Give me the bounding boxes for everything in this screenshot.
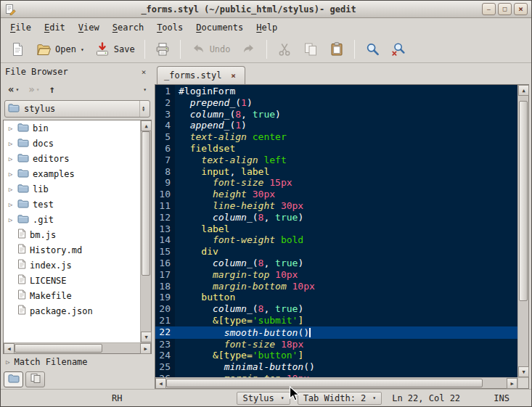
tree-item-lib[interactable]: ▷lib: [4, 181, 140, 197]
expander-icon[interactable]: ▷: [7, 140, 14, 147]
scrollbar-track[interactable]: [518, 96, 528, 366]
scroll-up-button[interactable]: ▲: [141, 120, 152, 131]
editor-vertical-scrollbar[interactable]: ▲ ▼: [517, 85, 528, 377]
location-combo[interactable]: stylus ▴▾: [4, 100, 150, 118]
tree-item-docs[interactable]: ▷docs: [4, 136, 140, 151]
expander-icon[interactable]: ▷: [7, 216, 14, 223]
close-button[interactable]: ×: [514, 3, 528, 15]
scrollbar-track[interactable]: [166, 378, 507, 388]
code-line-8[interactable]: 8 input, label: [155, 166, 517, 178]
forward-button[interactable]: »▾: [25, 83, 43, 96]
language-combo[interactable]: Stylus ▾: [237, 392, 290, 405]
code-line-9[interactable]: 9 font-size 15px: [155, 177, 517, 189]
titlebar[interactable]: _forms.styl (~/public_html/stylus)- gedi…: [1, 1, 531, 18]
new-document-button[interactable]: [5, 39, 30, 59]
code-line-10[interactable]: 10 height 30px: [155, 189, 517, 200]
tree-item-.git[interactable]: ▷.git: [4, 212, 140, 227]
scroll-right-button[interactable]: ▶: [140, 343, 151, 354]
tree-item-LICENSE[interactable]: LICENSE: [4, 273, 140, 288]
back-button[interactable]: «▾: [4, 83, 22, 96]
expander-icon[interactable]: ▷: [7, 186, 14, 193]
code-line-25[interactable]: 25 minimal-button(): [155, 361, 517, 373]
tree-item-bm.js[interactable]: bm.js: [4, 227, 140, 242]
minimize-button[interactable]: —: [482, 3, 496, 15]
find-button[interactable]: [360, 39, 385, 59]
scroll-down-button[interactable]: ▼: [141, 332, 152, 342]
undo-button[interactable]: Undo: [186, 39, 235, 59]
save-button[interactable]: Save: [90, 39, 139, 59]
code-line-16[interactable]: 16 column_(8, true): [155, 258, 517, 269]
panel-options-dropdown[interactable]: ▾: [139, 85, 150, 94]
menu-help[interactable]: Help: [250, 20, 284, 35]
code-line-22[interactable]: 22 smooth-button(): [155, 326, 517, 339]
match-filename-expander[interactable]: ▷ Match Filename: [3, 354, 152, 369]
cut-button[interactable]: [272, 39, 297, 59]
code-line-5[interactable]: 5 text-align center: [155, 131, 517, 143]
code-line-12[interactable]: 12 column_(8, true): [155, 212, 517, 223]
expander-icon[interactable]: ▷: [7, 155, 14, 163]
scroll-down-button[interactable]: ▼: [518, 366, 529, 377]
scrollbar-track[interactable]: [15, 343, 140, 353]
tree-vertical-scrollbar[interactable]: ▲ ▼: [140, 120, 151, 342]
scroll-right-button[interactable]: ▶: [507, 378, 517, 389]
open-button[interactable]: Open ▾: [31, 39, 89, 59]
up-button[interactable]: ↑: [46, 83, 59, 96]
code-editor[interactable]: 1#loginForm2 prepend_(1)3 column_(8, tru…: [155, 85, 517, 377]
documents-tab[interactable]: [25, 371, 45, 387]
scrollbar-thumb[interactable]: [166, 379, 483, 387]
tab-close-button[interactable]: ×: [228, 70, 238, 81]
code-line-19[interactable]: 19 button: [155, 292, 517, 303]
code-line-21[interactable]: 21 &[type='submit']: [155, 315, 517, 326]
tree-item-examples[interactable]: ▷examples: [4, 166, 140, 181]
find-replace-button[interactable]: [386, 39, 411, 59]
document-tab[interactable]: _forms.styl ×: [157, 66, 245, 84]
code-line-13[interactable]: 13 label: [155, 223, 517, 235]
tree-item-index.js[interactable]: index.js: [4, 258, 140, 273]
code-line-15[interactable]: 15 div: [155, 246, 517, 258]
expander-icon[interactable]: ▷: [7, 125, 14, 132]
code-line-4[interactable]: 4 append_(1): [155, 120, 517, 131]
code-line-14[interactable]: 14 font-weight bold: [155, 234, 517, 246]
scrollbar-track[interactable]: [141, 131, 151, 332]
scroll-left-button[interactable]: ◀: [4, 343, 15, 354]
menu-tools[interactable]: Tools: [150, 20, 189, 35]
code-line-6[interactable]: 6 fieldset: [155, 143, 517, 155]
tree-item-Makefile[interactable]: Makefile: [4, 288, 140, 303]
tree-horizontal-scrollbar[interactable]: ◀ ▶: [4, 342, 151, 353]
code-line-24[interactable]: 24 &[type='button']: [155, 350, 517, 361]
menu-file[interactable]: File: [4, 20, 38, 35]
menu-search[interactable]: Search: [106, 20, 150, 35]
code-line-1[interactable]: 1#loginForm: [155, 86, 517, 97]
scrollbar-thumb[interactable]: [15, 344, 102, 353]
editor-horizontal-scrollbar[interactable]: ◀ ▶: [155, 377, 517, 388]
code-line-7[interactable]: 7 text-align left: [155, 155, 517, 166]
scroll-up-button[interactable]: ▲: [518, 85, 529, 96]
code-line-2[interactable]: 2 prepend_(1): [155, 97, 517, 109]
tree-item-package.json[interactable]: package.json: [4, 303, 140, 318]
menu-view[interactable]: View: [72, 20, 106, 35]
expander-icon[interactable]: ▷: [7, 201, 14, 208]
code-line-23[interactable]: 23 font-size 18px: [155, 339, 517, 350]
scroll-left-button[interactable]: ◀: [155, 378, 166, 389]
tree-item-editors[interactable]: ▷editors: [4, 151, 140, 166]
code-line-18[interactable]: 18 margin-bottom 10px: [155, 281, 517, 292]
menu-edit[interactable]: Edit: [38, 20, 72, 35]
print-button[interactable]: [150, 39, 175, 59]
file-browser-tab[interactable]: [4, 371, 23, 387]
copy-button[interactable]: [298, 39, 323, 59]
scrollbar-thumb[interactable]: [142, 131, 150, 276]
code-line-3[interactable]: 3 column_(8, true): [155, 109, 517, 120]
tree-item-bin[interactable]: ▷bin: [4, 120, 140, 136]
code-line-20[interactable]: 20 column_(8, true): [155, 303, 517, 315]
redo-button[interactable]: [237, 39, 261, 59]
paste-button[interactable]: [324, 39, 349, 59]
maximize-button[interactable]: □: [498, 3, 512, 15]
tab-width-combo[interactable]: Tab Width: 2 ▾: [298, 392, 382, 405]
tree-item-History.md[interactable]: History.md: [4, 242, 140, 258]
tree-item-test[interactable]: ▷test: [4, 197, 140, 212]
code-line-11[interactable]: 11 line-height 30px: [155, 200, 517, 212]
code-line-17[interactable]: 17 margin-top 10px: [155, 269, 517, 281]
panel-close-button[interactable]: ×: [138, 66, 150, 78]
menu-documents[interactable]: Documents: [189, 20, 250, 35]
scrollbar-thumb[interactable]: [519, 101, 528, 301]
